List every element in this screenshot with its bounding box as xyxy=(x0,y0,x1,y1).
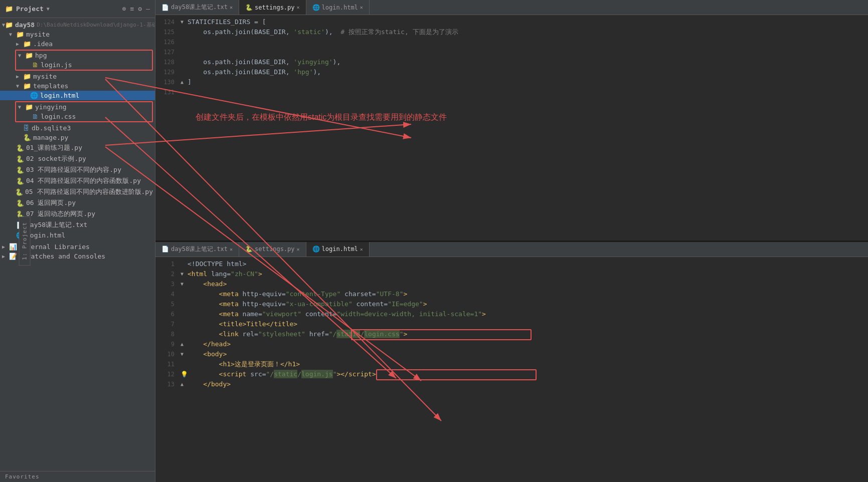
tree-item-mysite2[interactable]: ▶ 📁 mysite xyxy=(0,72,155,81)
tab-settings-py[interactable]: 🐍 settings.py ✕ xyxy=(239,0,306,15)
sidebar-toolbar: ⊕ ≡ ⚙ — xyxy=(122,5,150,13)
top-editor-content: 124 ▼ STATICFILES_DIRS = [ 125 os.path.j… xyxy=(155,15,868,240)
close-btn[interactable]: ✕ xyxy=(360,5,363,10)
tree-label: mysite xyxy=(33,73,57,80)
close-btn[interactable]: ✕ xyxy=(230,5,233,10)
line-content: <body> xyxy=(188,349,227,359)
tree-label: 04 不同路径返回不同的内容函数版.py xyxy=(26,176,141,185)
tree-label: mysite xyxy=(26,31,50,38)
tree-label: login.css xyxy=(41,113,76,120)
line-content: <head> xyxy=(188,279,227,289)
tree-label: yingying xyxy=(35,103,67,111)
html-file-icon: 🌐 xyxy=(312,4,320,11)
close-btn[interactable]: ✕ xyxy=(230,247,233,252)
tree-item-mysite1[interactable]: ▼ 📁 mysite xyxy=(0,30,155,39)
tree-item-templates[interactable]: ▼ 📁 templates xyxy=(0,81,155,91)
locate-icon[interactable]: ⊕ xyxy=(122,5,126,13)
settings-icon[interactable]: ⚙ xyxy=(138,5,142,13)
dropdown-icon[interactable]: ▼ xyxy=(47,6,50,12)
tree-item-f05[interactable]: 🐍 05 不同路径返回不同的内容函数进阶版.py xyxy=(0,186,155,197)
py-file-icon: 🐍 xyxy=(245,4,253,11)
tree-path: D:\BaiduNetdiskDownload\django-1-基础-哪吒 xyxy=(37,21,155,29)
line-content: os.path.join(BASE_DIR, 'yingying'), xyxy=(188,57,340,67)
tree-item-idea[interactable]: ▶ 📁 .idea xyxy=(0,39,155,49)
tree-item-day58[interactable]: ▼ 📁 day58 D:\BaiduNetdiskDownload\django… xyxy=(0,20,155,30)
line-content: </body> xyxy=(188,379,231,389)
tree-item-f06[interactable]: 🐍 06 返回网页.py xyxy=(0,197,155,208)
tree-label: day58 xyxy=(15,21,35,29)
tree-item-f03[interactable]: 🐍 03 不同路径返回不同的内容.py xyxy=(0,164,155,175)
tree-label: 06 返回网页.py xyxy=(26,198,76,207)
tree-label: login.html xyxy=(40,92,79,99)
line12-highlight-box xyxy=(376,369,537,380)
tree-item-login-css[interactable]: 🗎 login.css xyxy=(16,112,152,121)
tree-label: 07 返回动态的网页.py xyxy=(26,209,95,218)
tree-item-f01[interactable]: 🐍 01_课前练习题.py xyxy=(0,142,155,153)
code-line-129: 129 os.path.join(BASE_DIR, 'hpg'), xyxy=(155,67,868,77)
project-tab[interactable]: 1: Project xyxy=(19,216,31,266)
tree-label: 05 不同路径返回不同的内容函数进阶版.py xyxy=(25,187,153,196)
tab-label: day58课上笔记.txt xyxy=(171,245,228,254)
tab-label: login.html xyxy=(322,4,358,11)
code-line-3: 3 ▼ <head> xyxy=(155,279,868,289)
code-line-11: 11 <h1>这是登录页面！</h1> xyxy=(155,359,868,369)
tree-item-manage[interactable]: 🐍 manage.py xyxy=(0,133,155,142)
code-line-130: 130 ▲ ] xyxy=(155,77,868,87)
code-line-13: 13 ▲ </body> xyxy=(155,379,868,389)
line-content: <html lang="zh-CN"> xyxy=(188,269,262,279)
yingying-highlight-box: ▼ 📁 yingying 🗎 login.css xyxy=(15,101,153,122)
bottom-editor-content: 1 <!DOCTYPE html> 2 ▼ <html lang="zh-CN"… xyxy=(155,257,868,483)
line-content: <meta http-equiv="x-ua-compatible" conte… xyxy=(188,299,427,309)
tab-day58notes-bottom[interactable]: 📄 day58课上笔记.txt ✕ xyxy=(155,242,239,257)
tree-item-login-js[interactable]: 🗎 login.js xyxy=(16,60,152,70)
tree-label: day58课上笔记.txt xyxy=(26,220,87,229)
hpg-highlight-box: ▼ 📁 hpg 🗎 login.js xyxy=(15,50,153,71)
code-line-12: 12 💡 <script src="/static/login.js"></sc… xyxy=(155,369,868,379)
code-line-1: 1 <!DOCTYPE html> xyxy=(155,259,868,269)
tree-item-hpg[interactable]: ▼ 📁 hpg xyxy=(16,51,152,60)
close-btn[interactable]: ✕ xyxy=(360,247,363,252)
code-line-131: 131 xyxy=(155,87,868,97)
line-content: STATICFILES_DIRS = [ xyxy=(188,17,266,27)
collapse-icon[interactable]: ≡ xyxy=(130,5,134,13)
minimize-icon[interactable]: — xyxy=(146,5,150,13)
top-editor-tabs: 📄 day58课上笔记.txt ✕ 🐍 settings.py ✕ 🌐 logi… xyxy=(155,0,868,15)
favorites-tab[interactable]: Favorites xyxy=(0,471,155,482)
html-file-icon: 🌐 xyxy=(312,246,320,253)
tab-login-html-top[interactable]: 🌐 login.html ✕ xyxy=(306,0,370,15)
tab-settings-py-bottom[interactable]: 🐍 settings.py ✕ xyxy=(239,242,306,257)
close-btn[interactable]: ✕ xyxy=(297,5,300,10)
tree-label: 03 不同路径返回不同的内容.py xyxy=(26,165,121,174)
code-line-124: 124 ▼ STATICFILES_DIRS = [ xyxy=(155,17,868,27)
tab-label: settings.py xyxy=(255,4,294,11)
tree-item-login-html[interactable]: 🌐 login.html xyxy=(0,91,155,100)
code-line-127: 127 xyxy=(155,47,868,57)
line-content: <h1>这是登录页面！</h1> xyxy=(188,359,300,369)
code-line-2: 2 ▼ <html lang="zh-CN"> xyxy=(155,269,868,279)
tree-item-f02[interactable]: 🐍 02 socket示例.py xyxy=(0,153,155,164)
tree-item-db[interactable]: 🗄 db.sqlite3 xyxy=(0,123,155,133)
tab-label: login.html xyxy=(322,246,358,253)
line-content: <title>Title</title> xyxy=(188,319,297,329)
tab-day58notes[interactable]: 📄 day58课上笔记.txt ✕ xyxy=(155,0,239,15)
code-line-7: 7 <title>Title</title> xyxy=(155,319,868,329)
line-content: <meta name="viewport" content="width=dev… xyxy=(188,309,486,319)
sidebar-title: 📁 Project ▼ xyxy=(5,5,50,13)
line-content: ] xyxy=(188,77,192,87)
tree-item-yingying[interactable]: ▼ 📁 yingying xyxy=(16,102,152,112)
tree-item-f04[interactable]: 🐍 04 不同路径返回不同的内容函数版.py xyxy=(0,175,155,186)
tree-label: login.js xyxy=(41,61,72,69)
txt-file-icon: 📄 xyxy=(161,246,169,253)
tree-label: .idea xyxy=(33,40,53,48)
sidebar-title-label: Project xyxy=(16,5,44,13)
tab-login-html-bottom[interactable]: 🌐 login.html ✕ xyxy=(306,242,370,257)
tree-label: Scratches and Consoles xyxy=(19,253,105,260)
txt-file-icon: 📄 xyxy=(161,4,169,11)
close-btn[interactable]: ✕ xyxy=(297,247,300,252)
tree-label: hpg xyxy=(35,52,47,59)
lightbulb-icon: 💡 xyxy=(181,369,188,379)
tree-label: 01_课前练习题.py xyxy=(26,143,82,152)
code-line-125: 125 os.path.join(BASE_DIR, 'static'), # … xyxy=(155,27,868,37)
tree-label: templates xyxy=(33,82,68,90)
code-line-4: 4 <meta http-equiv="content-Type" charse… xyxy=(155,289,868,299)
